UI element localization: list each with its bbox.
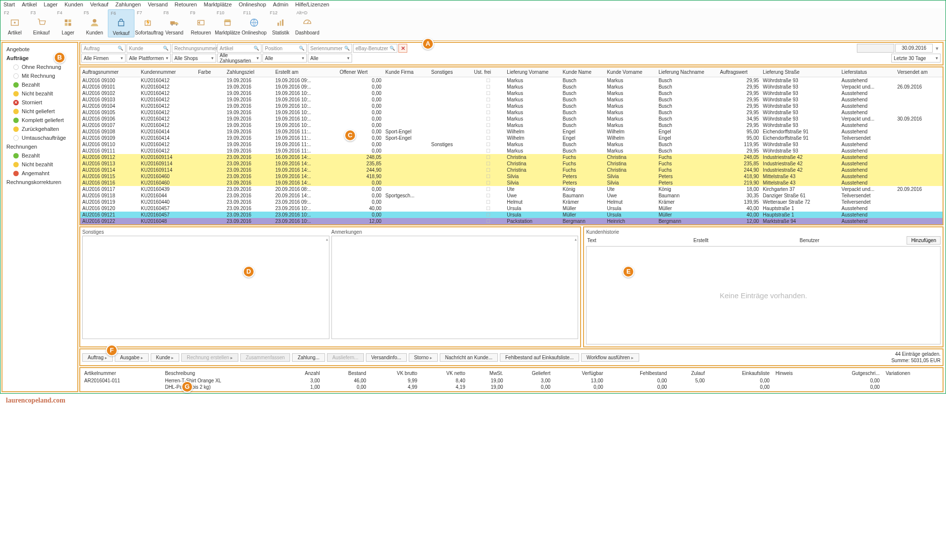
sidebar-item-ohne-rechnung[interactable]: Ohne Rechnung	[2, 62, 77, 71]
ribbon-artikel[interactable]: F2Artikel	[1, 9, 28, 37]
sidebar-item-bezahlt[interactable]: Bezahlt	[2, 80, 77, 89]
combo-alle-zahlungsarten[interactable]: Alle Zahlungsarten	[217, 54, 261, 62]
sidebar-group-rechnungen[interactable]: Rechnungen	[2, 142, 77, 151]
sidebar-item-mit-rechnung[interactable]: Mit Rechnung	[2, 71, 77, 80]
order-row[interactable]: AU2016 09120KU2016045723.09.201623.09.20…	[80, 205, 943, 212]
ribbon-sofortauftrag[interactable]: F7Sofortauftrag	[134, 9, 161, 37]
menu-admin[interactable]: Admin	[273, 1, 288, 7]
order-row[interactable]: AU2016 09116KU2016046023.09.201619.09.20…	[80, 180, 943, 186]
action-versandinfo-[interactable]: Versandinfo...	[366, 353, 407, 362]
sidebar-item-nicht-geliefert[interactable]: Nicht geliefert	[2, 107, 77, 116]
col-kunde-name[interactable]: Kunde Name	[561, 67, 605, 77]
search-ebay-benutzer[interactable]: eBay-Benutzer	[353, 44, 397, 53]
order-row[interactable]: AU2016 09109KU2016041419.09.201619.09.20…	[80, 135, 943, 141]
order-row[interactable]: AU2016 09122KU201604823.09.201623.09.201…	[80, 218, 943, 224]
order-row[interactable]: AU2016 09102KU2016041219.09.201619.09.20…	[80, 90, 943, 96]
sidebar-item-umtauschaufträge[interactable]: Umtauschaufträge	[2, 133, 77, 142]
dcol-variationen[interactable]: Variationen	[882, 369, 942, 377]
menu-zahlungen[interactable]: Zahlungen	[115, 1, 141, 7]
combo-alle[interactable]: Alle	[262, 54, 307, 62]
ribbon-retouren[interactable]: F9Retouren	[188, 9, 214, 37]
search-seriennummer[interactable]: Seriennummer	[308, 44, 352, 53]
dcol-gutgeschri-[interactable]: Gutgeschri...	[817, 369, 883, 377]
sidebar-item-zurückgehalten[interactable]: Zurückgehalten	[2, 124, 77, 133]
order-row[interactable]: AU2016 09119KU2016044023.09.201623.09.20…	[80, 199, 943, 205]
period-combo[interactable]: Letzte 30 Tage	[891, 54, 941, 62]
col-kunde-firma[interactable]: Kunde Firma	[384, 67, 429, 77]
menu-onlineshop[interactable]: Onlineshop	[239, 1, 266, 7]
search-kunde[interactable]: Kunde	[127, 44, 171, 53]
sidebar-item-bezahlt[interactable]: Bezahlt	[2, 151, 77, 160]
col-versendet-am[interactable]: Versendet am	[895, 67, 943, 77]
textarea-anmerkungen[interactable]	[331, 236, 579, 339]
action-workflow-ausf-hren[interactable]: Workflow ausführen	[581, 353, 639, 362]
order-row[interactable]: AU2016 09101KU2016041219.09.201619.09.20…	[80, 84, 943, 90]
col-auftragsnummer[interactable]: Auftragsnummer	[80, 67, 139, 77]
action-storno[interactable]: Storno	[409, 353, 438, 362]
col-zahlungsziel[interactable]: Zahlungsziel	[225, 67, 273, 77]
col-lieferung-vorname[interactable]: Lieferung Vorname	[505, 67, 560, 77]
order-row[interactable]: AU2016 09110KU2016041219.09.201619.09.20…	[80, 141, 943, 148]
ribbon-einkauf[interactable]: F3Einkauf	[28, 9, 55, 37]
sidebar-group-angebote[interactable]: Angebote	[2, 45, 77, 54]
dcol-zulauf[interactable]: Zulauf	[670, 369, 708, 377]
order-row[interactable]: AU2016 09112KU20160911423.09.201616.09.2…	[80, 154, 943, 160]
detail-row[interactable]: AR2016041-011Herren-T-Shirt Orange XL3,0…	[81, 377, 942, 384]
ribbon-lager[interactable]: F4Lager	[55, 9, 81, 37]
dcol-geliefert[interactable]: Geliefert	[506, 369, 554, 377]
ribbon-kunden[interactable]: F5Kunden	[81, 9, 108, 37]
textarea-sonstiges[interactable]	[82, 236, 329, 339]
dcol-anzahl[interactable]: Anzahl	[282, 369, 323, 377]
ribbon-onlineshop[interactable]: F11Onlineshop	[241, 9, 267, 37]
ribbon-dashboard[interactable]: Alt+DDashboard	[294, 9, 321, 37]
dcol-einkaufsliste[interactable]: Einkaufsliste	[708, 369, 773, 377]
search-rechnungsnummer[interactable]: Rechnungsnummer	[172, 44, 216, 53]
dcol-fehlbestand[interactable]: Fehlbestand	[606, 369, 670, 377]
col-auftragswert[interactable]: Auftragswert	[718, 67, 761, 77]
menu-start[interactable]: Start	[3, 1, 15, 7]
action-fehlbestand-auf-einkaufsliste-[interactable]: Fehlbestand auf Einkaufsliste...	[500, 353, 579, 362]
sidebar-item-nicht-bezahlt[interactable]: Nicht bezahlt	[2, 89, 77, 98]
menu-marktplätze[interactable]: Marktplätze	[204, 1, 232, 7]
dcol-artikelnummer[interactable]: Artikelnummer	[81, 369, 162, 377]
order-row[interactable]: AU2016 09100KU2016041219.09.201619.09.20…	[80, 77, 943, 84]
col-farbe[interactable]: Farbe	[196, 67, 225, 77]
date-from[interactable]	[857, 44, 894, 53]
sidebar-group-aufträge[interactable]: Aufträge	[2, 54, 77, 62]
order-row[interactable]: AU2016 09115KU2016046023.09.201619.09.20…	[80, 173, 943, 180]
action-ausgabe[interactable]: Ausgabe	[115, 353, 149, 362]
sidebar-group-rechnungskorrekturen[interactable]: Rechnungskorrekturen	[2, 178, 77, 187]
combo-alle-firmen[interactable]: Alle Firmen	[81, 54, 126, 62]
dcol-verf-gbar[interactable]: Verfügbar	[554, 369, 606, 377]
dcol-hinweis[interactable]: Hinweis	[773, 369, 817, 377]
menu-lager[interactable]: Lager	[44, 1, 58, 7]
action-kunde[interactable]: Kunde	[151, 353, 179, 362]
order-row[interactable]: AU2016 09113KU20160911423.09.201619.09.2…	[80, 160, 943, 167]
order-row[interactable]: AU2016 09105KU2016041219.09.201619.09.20…	[80, 109, 943, 116]
combo-alle-plattformen[interactable]: Alle Plattformen	[127, 54, 171, 62]
action-nachricht-an-kunde-[interactable]: Nachricht an Kunde...	[440, 353, 498, 362]
menu-artikel[interactable]: Artikel	[22, 1, 37, 7]
order-row[interactable]: AU2016 09103KU2016041219.09.201619.09.20…	[80, 96, 943, 103]
orders-grid[interactable]: C AuftragsnummerKundennummerFarbeZahlung…	[79, 66, 944, 225]
ribbon-statistik[interactable]: F12Statistik	[267, 9, 294, 37]
order-row[interactable]: AU2016 09108KU2016041419.09.201619.09.20…	[80, 128, 943, 135]
search-auftrag[interactable]: Auftrag	[81, 44, 126, 53]
dcol-bestand[interactable]: Bestand	[323, 369, 369, 377]
menu-versand[interactable]: Versand	[148, 1, 167, 7]
ribbon-versand[interactable]: F8Versand	[161, 9, 188, 37]
ribbon-verkauf[interactable]: F6Verkauf	[108, 9, 134, 37]
search-artikel[interactable]: Artikel	[217, 44, 261, 53]
detail-grid[interactable]: G ArtikelnummerBeschreibungAnzahlBestand…	[79, 367, 944, 392]
menu-retouren[interactable]: Retouren	[175, 1, 197, 7]
date-to[interactable]: 30.09.2016	[895, 44, 933, 53]
detail-row[interactable]: DHL-Paket (bis 2 kg)1,000,004,994,1919,0…	[81, 384, 942, 390]
add-history-button[interactable]: Hinzufügen	[907, 236, 941, 245]
menu-hilfe/lizenzen[interactable]: Hilfe/Lizenzen	[295, 1, 329, 7]
clear-filters-button[interactable]: ✕	[398, 44, 407, 53]
search-position[interactable]: Position	[262, 44, 307, 53]
ribbon-marktplätze[interactable]: F10Marktplätze	[214, 9, 241, 37]
dcol-mwst-[interactable]: MwSt.	[468, 369, 506, 377]
combo-alle-shops[interactable]: Alle Shops	[172, 54, 216, 62]
col-offener-wert[interactable]: Offener Wert	[338, 67, 384, 77]
